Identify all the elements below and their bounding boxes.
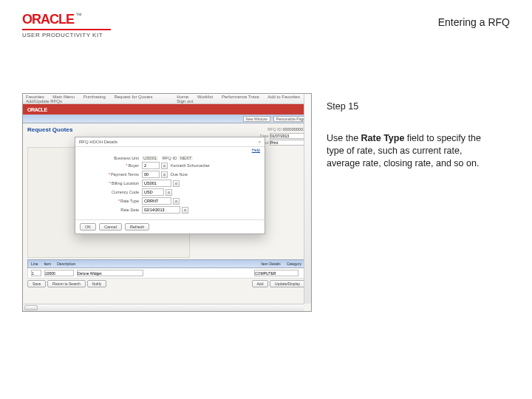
buyer-name: Kenneth Schumacher — [171, 163, 210, 168]
pay-lookup-icon[interactable] — [161, 171, 168, 178]
instruction-pre: Use the — [327, 133, 361, 143]
app-brand-bar: ORACLE — [23, 104, 311, 115]
step-label: Step 15 — [327, 100, 497, 113]
app-breadcrumb-bar: Favorites Main Menu Purchasing Request f… — [23, 94, 311, 104]
cancel-button[interactable]: Cancel — [99, 223, 122, 231]
grid-line-field[interactable] — [31, 270, 41, 276]
pay-label: Payment Terms — [111, 172, 139, 177]
bu-label: Business Unit — [80, 156, 142, 160]
bill-field[interactable] — [142, 180, 171, 187]
grid-col-desc: Description — [54, 262, 78, 266]
slide-header: ORACLE™ USER PRODUCTIVITY KIT Entering a… — [22, 12, 510, 47]
logo-tm: ™ — [75, 12, 82, 19]
dialog-body: Business UnitUS001 RFQ ID NEXT *BuyerKen… — [75, 153, 265, 219]
rfqid-value: NEXT — [178, 156, 193, 160]
curr-label: Currency Code — [80, 190, 142, 194]
buyer-field[interactable] — [142, 162, 160, 169]
dialog-header: RFQ HDOH Details × — [75, 137, 265, 147]
grid-item-field[interactable] — [44, 270, 74, 276]
rfqid-label: RFQ ID — [162, 156, 177, 160]
top-right-links: Home Worklist Performance Trace Add to F… — [177, 95, 308, 103]
pay-field[interactable] — [142, 171, 160, 178]
rate-label: Rate Type — [120, 199, 139, 203]
link-signout[interactable]: Sign out — [177, 99, 193, 103]
bu-value: US001 — [142, 156, 158, 160]
save-button[interactable]: Save — [27, 280, 46, 287]
crumb-mainmenu[interactable]: Main Menu — [52, 95, 75, 99]
logo-word: ORACLE — [22, 12, 74, 27]
grid-cat-field[interactable] — [254, 270, 299, 276]
crumb-rfq[interactable]: Request for Quotes — [114, 95, 152, 99]
crumb-purchasing[interactable]: Purchasing — [83, 95, 106, 99]
crumb-favorites[interactable]: Favorites — [26, 95, 44, 99]
buyer-lookup-icon[interactable] — [161, 163, 168, 169]
crumb-addupdate[interactable]: Add/Update RFQs — [26, 99, 62, 103]
link-home[interactable]: Home — [177, 95, 188, 99]
breadcrumb: Favorites Main Menu Purchasing Request f… — [26, 95, 177, 103]
ratedate-field[interactable] — [142, 206, 180, 214]
grid-col-item: Item — [41, 262, 54, 266]
logo-subtitle: USER PRODUCTIVITY KIT — [22, 29, 111, 38]
horizontal-scrollbar[interactable] — [23, 304, 304, 311]
bill-label: Billing Location — [112, 181, 139, 185]
return-button[interactable]: Return to Search — [47, 280, 86, 287]
instruction-bold: Rate Type — [361, 133, 405, 143]
instruction-text: Use the Rate Type field to specify the t… — [327, 132, 497, 170]
personalize-button[interactable]: Personalize Page — [273, 116, 308, 122]
ok-button[interactable]: OK — [80, 223, 96, 231]
slide-title: Entering a RFQ — [438, 16, 510, 28]
page-footer-row: Save Return to Search Notify Add Update/… — [27, 282, 305, 286]
update-button[interactable]: Update/Display — [270, 280, 305, 287]
curr-field[interactable] — [142, 188, 164, 196]
pay-trail: Due Now — [171, 172, 188, 177]
dialog-help-row: Help — [75, 147, 265, 153]
info-dispatch-field[interactable] — [270, 140, 305, 146]
app-screenshot: Favorites Main Menu Purchasing Request f… — [22, 93, 312, 312]
dialog-footer: OK Cancel Refresh — [75, 219, 265, 233]
grid-col-line: Line — [28, 262, 41, 266]
vertical-scrollbar[interactable] — [304, 94, 311, 304]
ratedate-label: Rate Date — [80, 208, 142, 212]
refresh-button[interactable]: Refresh — [125, 223, 149, 231]
grid-col-cat: Category — [284, 262, 304, 266]
grid-col-more: Item Details — [258, 262, 283, 266]
close-icon[interactable]: × — [258, 140, 261, 144]
scroll-thumb[interactable] — [24, 305, 38, 310]
grid-header: Line Item Description Item Details Categ… — [27, 259, 305, 268]
instruction-panel: Step 15 Use the Rate Type field to speci… — [327, 100, 497, 170]
buyer-label: Buyer — [129, 163, 139, 168]
app-brand-word: ORACLE — [27, 107, 47, 112]
link-fav[interactable]: Add to Favorites — [267, 95, 300, 99]
link-worklist[interactable]: Worklist — [197, 95, 213, 99]
grid-desc-field[interactable] — [77, 270, 143, 276]
add-button[interactable]: Add — [252, 280, 269, 287]
rate-lookup-icon[interactable] — [173, 198, 180, 205]
curr-lookup-icon[interactable] — [166, 189, 172, 196]
calendar-icon[interactable] — [182, 207, 188, 214]
new-window-button[interactable]: New Window — [243, 116, 270, 122]
oracle-logo: ORACLE™ USER PRODUCTIVITY KIT — [22, 12, 111, 38]
info-rfqid-label: RFQ ID — [267, 127, 282, 132]
app-subnav: New Window Personalize Page — [23, 115, 311, 123]
slide: ORACLE™ USER PRODUCTIVITY KIT Entering a… — [0, 0, 532, 399]
dialog-title: RFQ HDOH Details — [79, 140, 117, 144]
info-date-field[interactable] — [270, 133, 305, 139]
notify-button[interactable]: Notify — [87, 280, 107, 287]
rfq-details-dialog: RFQ HDOH Details × Help Business UnitUS0… — [75, 137, 265, 234]
bill-lookup-icon[interactable] — [173, 180, 180, 187]
grid-row — [27, 268, 305, 279]
help-link[interactable]: Help — [252, 148, 260, 152]
rate-type-field[interactable] — [142, 197, 171, 205]
link-perf[interactable]: Performance Trace — [222, 95, 259, 99]
info-rfqid-value: 0000000001 — [282, 127, 305, 132]
